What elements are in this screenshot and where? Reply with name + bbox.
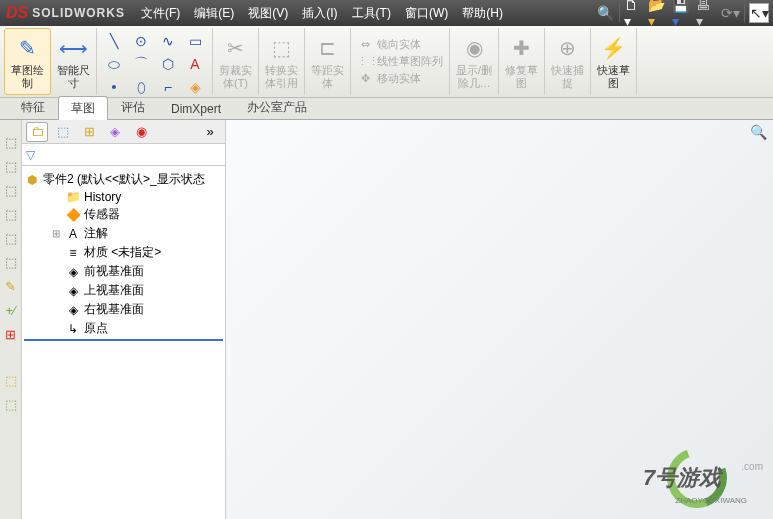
vtb-2-icon[interactable]: ⬚ [3, 158, 19, 174]
trim-button[interactable]: ✂ 剪裁实 体(T) [213, 28, 259, 95]
tab-dimxpert[interactable]: DimXpert [158, 98, 234, 119]
tree-item-label: 前视基准面 [84, 263, 144, 280]
tree-tab-property-icon[interactable]: ⬚ [52, 122, 74, 142]
arc-icon[interactable]: ⌒ [128, 53, 154, 75]
tree-root[interactable]: ⬢ 零件2 (默认<<默认>_显示状态 [24, 170, 223, 189]
offset-button[interactable]: ⊏ 等距实 体 [305, 28, 351, 95]
showdel-label: 显示/删 除几… [456, 64, 492, 88]
vtb-3-icon[interactable]: ⬚ [3, 182, 19, 198]
select-icon[interactable]: ↖▾ [749, 3, 769, 23]
quick-snap-button[interactable]: ⊕ 快速捕 捉 [545, 28, 591, 95]
trim-icon: ✂ [220, 34, 252, 62]
menu-help[interactable]: 帮助(H) [456, 3, 509, 24]
plane-icon[interactable]: ◈ [182, 76, 208, 98]
fillet-icon[interactable]: ⌐ [155, 76, 181, 98]
watermark-text: 7号游戏 [643, 463, 721, 493]
repair-button[interactable]: ✚ 修复草 图 [499, 28, 545, 95]
vtb-4-icon[interactable]: ⬚ [3, 206, 19, 222]
menu-insert[interactable]: 插入(I) [296, 3, 343, 24]
tab-evaluate[interactable]: 评估 [108, 95, 158, 119]
offset-label: 等距实 体 [311, 64, 344, 88]
new-icon[interactable]: 🗋▾ [624, 3, 644, 23]
offset-icon: ⊏ [312, 34, 344, 62]
dimension-icon: ⟷ [58, 34, 90, 62]
tree-filter-bar[interactable]: ▽ [22, 144, 225, 166]
vtb-7-icon[interactable]: ✎ [3, 278, 19, 294]
trim-label: 剪裁实 体(T) [219, 64, 252, 88]
menu-tools[interactable]: 工具(T) [346, 3, 397, 24]
menu-window[interactable]: 窗口(W) [399, 3, 454, 24]
tree-tab-feature-icon[interactable]: 🗀 [26, 122, 48, 142]
vtb-5-icon[interactable]: ⬚ [3, 230, 19, 246]
tree-item[interactable]: ↳原点 [24, 319, 223, 341]
polygon-icon[interactable]: ⬡ [155, 53, 181, 75]
tree-item[interactable]: ◈前视基准面 [24, 262, 223, 281]
vtb-10-icon[interactable]: ⬚ [3, 372, 19, 388]
tree-tab-render-icon[interactable]: ◉ [130, 122, 152, 142]
feature-tree-panel: 🗀 ⬚ ⊞ ◈ ◉ » ▽ ⬢ 零件2 (默认<<默认>_显示状态 📁Histo… [22, 120, 226, 519]
linpattern-label: 线性草图阵列 [377, 54, 443, 69]
sketch-icon: ✎ [12, 34, 44, 62]
tree-tab-dim-icon[interactable]: ◈ [104, 122, 126, 142]
mirror-button[interactable]: ⇔镜向实体 [357, 37, 443, 52]
tree-item-icon: ◈ [65, 284, 81, 298]
tab-features[interactable]: 特征 [8, 95, 58, 119]
tab-sketch[interactable]: 草图 [58, 96, 108, 120]
repair-label: 修复草 图 [505, 64, 538, 88]
open-icon[interactable]: 📂▾ [648, 3, 668, 23]
smartdim-label: 智能尺 寸 [57, 64, 90, 88]
vtb-8-icon[interactable]: +⁄ [3, 302, 19, 318]
show-delete-button[interactable]: ◉ 显示/删 除几… [450, 28, 499, 95]
graphics-viewport[interactable]: 🔍 7号游戏 .com ZHAOYOUXIWANG [226, 120, 773, 519]
rectangle-icon[interactable]: ▭ [182, 30, 208, 52]
rapid-sketch-button[interactable]: ⚡ 快速草 图 [591, 28, 637, 95]
print-icon[interactable]: 🖶▾ [696, 3, 716, 23]
save-icon[interactable]: 💾▾ [672, 3, 692, 23]
expand-icon[interactable]: » [199, 122, 221, 142]
menu-file[interactable]: 文件(F) [135, 3, 186, 24]
tree-item[interactable]: ≡材质 <未指定> [24, 243, 223, 262]
tree-item[interactable]: 📁History [24, 189, 223, 205]
menu-view[interactable]: 视图(V) [242, 3, 294, 24]
rapidsketch-icon: ⚡ [598, 34, 630, 62]
line-icon[interactable]: ╲ [101, 30, 127, 52]
move-label: 移动实体 [377, 71, 421, 86]
tree-tab-config-icon[interactable]: ⊞ [78, 122, 100, 142]
spline-icon[interactable]: ∿ [155, 30, 181, 52]
menu-edit[interactable]: 编辑(E) [188, 3, 240, 24]
vtb-6-icon[interactable]: ⬚ [3, 254, 19, 270]
separator [744, 4, 745, 22]
text-icon[interactable]: A [182, 53, 208, 75]
tree-item-icon: ◈ [65, 303, 81, 317]
tree-item-label: History [84, 190, 121, 204]
convert-button[interactable]: ⬚ 转换实 体引用 [259, 28, 305, 95]
move-icon: ✥ [357, 72, 373, 85]
tree-item[interactable]: ◈右视基准面 [24, 300, 223, 319]
watermark: 7号游戏 .com ZHAOYOUXIWANG [597, 443, 767, 513]
search-icon[interactable]: 🔍 [595, 3, 615, 23]
linpattern-icon: ⋮⋮ [357, 55, 373, 68]
tree-item[interactable]: ⊞A注解 [24, 224, 223, 243]
tree-item-icon: ◈ [65, 265, 81, 279]
watermark-url: .com [741, 461, 763, 472]
linear-pattern-button[interactable]: ⋮⋮线性草图阵列 [357, 54, 443, 69]
rebuild-icon[interactable]: ⟳▾ [720, 3, 740, 23]
vtb-11-icon[interactable]: ⬚ [3, 396, 19, 412]
move-button[interactable]: ✥移动实体 [357, 71, 443, 86]
smart-dimension-button[interactable]: ⟷ 智能尺 寸 [51, 28, 97, 95]
slot-icon[interactable]: ⬭ [101, 53, 127, 75]
vtb-9-icon[interactable]: ⊞ [3, 326, 19, 342]
sketch-button[interactable]: ✎ 草图绘 制 [4, 28, 51, 95]
repair-icon: ✚ [506, 34, 538, 62]
tree-item-label: 注解 [84, 225, 108, 242]
logo-icon: DS [6, 4, 28, 22]
menu-bar: 文件(F) 编辑(E) 视图(V) 插入(I) 工具(T) 窗口(W) 帮助(H… [135, 3, 509, 24]
separator [619, 4, 620, 22]
expand-plus-icon[interactable]: ⊞ [52, 228, 62, 239]
tree-item[interactable]: ◈上视基准面 [24, 281, 223, 300]
zoom-fit-icon[interactable]: 🔍 [750, 124, 767, 140]
circle-icon[interactable]: ⊙ [128, 30, 154, 52]
tree-item[interactable]: 🔶传感器 [24, 205, 223, 224]
vtb-1-icon[interactable]: ⬚ [3, 134, 19, 150]
tab-office[interactable]: 办公室产品 [234, 95, 320, 119]
